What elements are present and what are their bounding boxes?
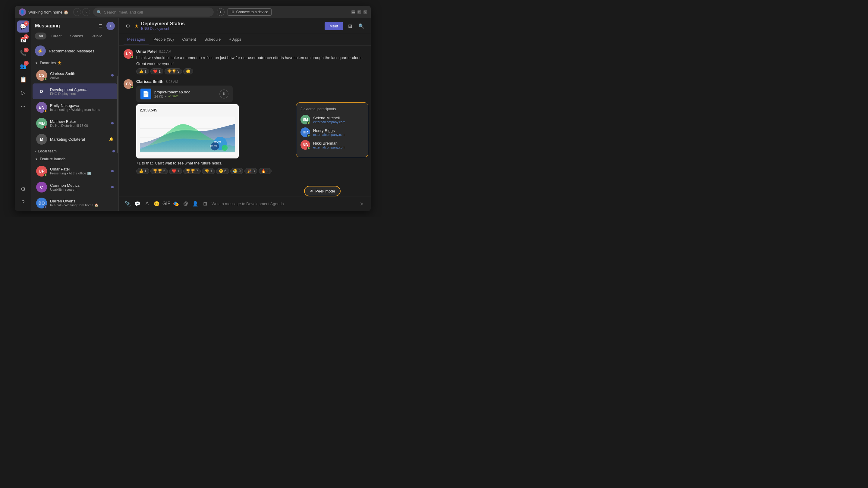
sidebar-item-calls[interactable]: 📞 1 <box>17 47 29 59</box>
help-icon: ? <box>22 199 24 206</box>
channel-settings-button[interactable]: ⚙ <box>124 22 132 30</box>
sidebar-item-teams[interactable]: ▷ <box>17 87 29 99</box>
sidebar-item-calendar[interactable]: 📅 1 <box>17 34 29 46</box>
channel-subtitle[interactable]: ENG Deployment <box>141 27 185 31</box>
sidebar-item-chat[interactable]: 💬 5 <box>17 21 29 33</box>
input-area: 📎 💬 A 😊 GIF 🎭 @ 👤 ⊞ ➤ <box>119 196 371 211</box>
sidebar-item-contacts[interactable]: 📋 <box>17 73 29 86</box>
filter-button[interactable]: ☰ <box>96 22 104 30</box>
attach-button[interactable]: 📎 <box>124 199 132 208</box>
reaction-chip[interactable]: ❤️ 1 <box>150 68 163 74</box>
emoji-button[interactable]: 😊 <box>153 199 161 208</box>
more-button[interactable]: ⊞ <box>201 199 209 208</box>
reaction-chip[interactable]: 👍 1 <box>136 68 149 74</box>
recommended-messages-item[interactable]: ⚡ Recommended Messages <box>31 43 119 59</box>
list-item[interactable]: CS Clarissa Smith Active <box>33 67 117 83</box>
tab-direct[interactable]: Direct <box>48 33 65 39</box>
add-button[interactable]: + <box>217 8 224 16</box>
sidebar-item-people[interactable]: 👥 1 <box>17 60 29 72</box>
format-button[interactable]: A <box>143 199 151 208</box>
reactions: 👍 1 🏆🏆 2 ❤️ 1 🏆🏆 7 👎 1 😊 6 😂 9 🎉 3 🔥 1 <box>136 168 366 174</box>
reaction-chip[interactable]: 👍 1 <box>136 168 149 174</box>
file-info: project-roadmap.doc 24 KB • ✔ Safe <box>154 90 216 98</box>
contacts-icon: 📋 <box>20 76 27 83</box>
schedule-button[interactable]: 👤 <box>191 199 199 208</box>
contact-info: Emily Nakagawa In a meeting • Working fr… <box>50 103 114 111</box>
channel-star-icon[interactable]: ★ <box>134 23 138 29</box>
list-item[interactable]: C Common Metrics Usability research <box>33 179 117 195</box>
chat-header-left: ⚙ ★ Deployment Status ENG Deployment <box>124 21 185 31</box>
user-avatar[interactable]: 👤 <box>19 8 26 16</box>
meet-button[interactable]: Meet <box>324 22 343 30</box>
gif-button[interactable]: GIF <box>162 199 170 208</box>
reaction-chip[interactable]: 🏆🏆 3 <box>164 68 182 74</box>
contact-name: Marketing Collateral <box>50 137 106 141</box>
sidebar-item-settings[interactable]: ⚙ <box>17 183 29 195</box>
favorites-section[interactable]: ▼ Favorites ★ <box>31 59 119 67</box>
tab-all[interactable]: All <box>35 33 46 39</box>
reaction-chip[interactable]: 🎉 3 <box>244 168 257 174</box>
tab-public[interactable]: Public <box>88 33 106 39</box>
contact-name: Clarissa Smith <box>50 71 108 76</box>
avatar: M <box>36 134 47 144</box>
tab-spaces[interactable]: Spaces <box>66 33 87 39</box>
list-item[interactable]: DO Darren Owens In a call • Working from… <box>33 195 117 211</box>
tab-people[interactable]: People (30) <box>150 34 177 45</box>
download-button[interactable]: ⬇ <box>219 90 228 98</box>
list-item[interactable]: UP Umar Patel Presenting • At the office… <box>33 163 117 179</box>
reaction-chip[interactable]: 🔥 1 <box>258 168 272 174</box>
search-input[interactable] <box>104 10 210 14</box>
back-button[interactable]: ‹ <box>73 8 81 16</box>
reaction-chip[interactable]: 🏆🏆 7 <box>183 168 201 174</box>
chat-header-actions: Meet ⊞ 🔍 <box>324 22 366 30</box>
rail-bottom: ⚙ ? <box>17 183 29 211</box>
close-button[interactable]: ✕ <box>364 10 367 14</box>
reaction-chip[interactable]: 😊 <box>183 68 193 74</box>
contact-status: ENG Deployment <box>50 92 114 96</box>
reaction-chip[interactable]: 👎 1 <box>202 168 215 174</box>
list-item[interactable]: EN Emily Nakagawa In a meeting • Working… <box>33 99 117 115</box>
minimize-button[interactable]: — <box>351 10 355 14</box>
tab-messages[interactable]: Messages <box>124 34 149 45</box>
quote-button[interactable]: 💬 <box>133 199 142 208</box>
sidebar-item-more[interactable]: ··· <box>17 100 29 112</box>
svg-text:654,745: 654,745 <box>214 141 221 143</box>
peek-mode-button[interactable]: 👁 Peek mode <box>304 186 341 196</box>
list-item[interactable]: MB Matthew Baker Do Not Disturb until 16… <box>33 116 117 131</box>
window-controls: — □ ✕ <box>351 10 367 14</box>
contact-name: Darren Owens <box>50 199 114 203</box>
avatar: D <box>36 86 47 97</box>
scrollbar[interactable] <box>117 76 118 153</box>
message-input[interactable] <box>212 201 355 206</box>
reaction-chip[interactable]: ❤️ 1 <box>169 168 182 174</box>
new-message-button[interactable]: + <box>106 22 115 30</box>
reaction-chip[interactable]: 😊 6 <box>216 168 229 174</box>
file-name: project-roadmap.doc <box>154 90 216 94</box>
avatar: C <box>36 182 47 193</box>
search-bar[interactable]: 🔍 <box>93 7 214 17</box>
local-team-section[interactable]: › Local team <box>31 147 119 155</box>
avatar: UP <box>124 49 133 59</box>
reaction-chip[interactable]: 🏆🏆 2 <box>150 168 168 174</box>
maximize-button[interactable]: □ <box>358 10 361 14</box>
tab-apps[interactable]: + Apps <box>225 34 245 45</box>
send-button[interactable]: ➤ <box>358 199 366 208</box>
mention-button[interactable]: @ <box>181 199 190 208</box>
reaction-chip[interactable]: 😂 9 <box>230 168 243 174</box>
connect-device-button[interactable]: 🖥 Connect to a device <box>227 8 272 16</box>
forward-button[interactable]: › <box>82 8 90 16</box>
contact-status: Usability research <box>50 188 108 191</box>
peek-label: Peek mode <box>315 189 335 193</box>
status-badge <box>44 205 47 208</box>
chat-title-group: Deployment Status ENG Deployment <box>141 21 185 31</box>
search-chat-button[interactable]: 🔍 <box>357 22 366 30</box>
feature-launch-section[interactable]: ▼ Feature launch <box>31 155 119 163</box>
avatar-initials: MB <box>38 121 45 126</box>
expand-button[interactable]: ⊞ <box>345 22 354 30</box>
tab-schedule[interactable]: Schedule <box>201 34 224 45</box>
sidebar-item-help[interactable]: ? <box>17 196 29 208</box>
tab-content[interactable]: Content <box>179 34 199 45</box>
list-item[interactable]: D Development Agenda ENG Deployment <box>33 84 117 99</box>
list-item[interactable]: M Marketing Collateral 🔔 <box>33 131 117 147</box>
sticker-button[interactable]: 🎭 <box>172 199 180 208</box>
